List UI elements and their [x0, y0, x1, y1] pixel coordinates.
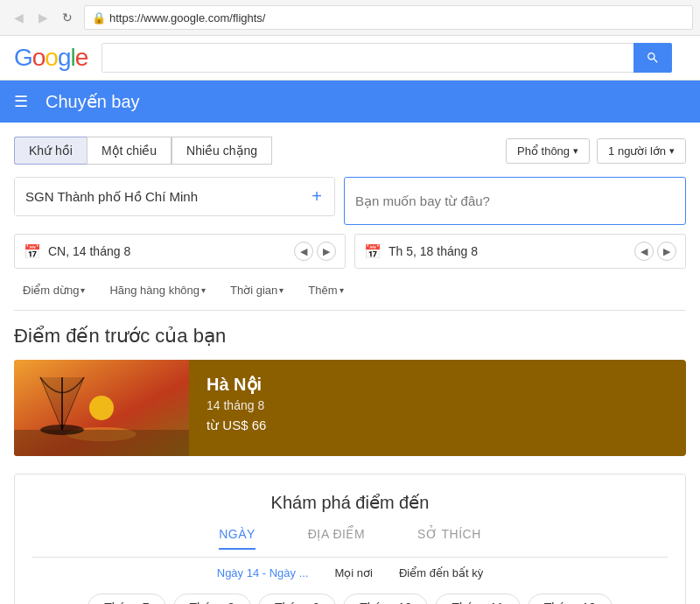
nav-buttons: ◀ ▶ ↻	[7, 6, 79, 29]
destination-price: từ US$ 66	[206, 418, 668, 433]
trip-type-row: Khứ hồi Một chiều Nhiều chặng Phổ thông …	[14, 137, 686, 165]
depart-prev-button[interactable]: ◀	[294, 242, 313, 261]
google-logo: Google	[14, 44, 88, 72]
header-search-container	[102, 43, 672, 73]
return-prev-button[interactable]: ◀	[634, 242, 654, 261]
previous-section-title: Điểm đến trước của bạn	[14, 325, 686, 348]
stops-filter[interactable]: Điểm dừng	[14, 279, 94, 301]
origin-input[interactable]	[15, 178, 299, 215]
month-chip-0[interactable]: Tháng 7	[88, 593, 165, 604]
lock-icon: 🔒	[92, 11, 106, 25]
explore-title: Khám phá điểm đến	[32, 492, 668, 513]
return-calendar-icon: 📅	[364, 243, 382, 260]
destination-image	[14, 360, 189, 456]
destination-card[interactable]: Hà Nội 14 tháng 8 từ US$ 66	[14, 360, 686, 456]
logo-g: G	[14, 44, 32, 71]
header-search-button[interactable]	[634, 43, 672, 73]
header-search-input[interactable]	[102, 43, 672, 73]
trip-options: Phổ thông 1 người lớn	[506, 138, 686, 164]
more-filter[interactable]: Thêm	[299, 279, 352, 301]
destination-scene-svg	[14, 360, 189, 456]
filter-row: Điểm dừng Hãng hàng không Thời gian Thêm	[14, 279, 686, 311]
return-date-field[interactable]: 📅 Th 5, 18 tháng 8 ◀ ▶	[354, 234, 686, 269]
return-date-text: Th 5, 18 tháng 8	[388, 244, 627, 258]
explore-tab-place[interactable]: ĐỊA ĐIỂM	[308, 527, 365, 550]
explore-tab-value-day[interactable]: Ngày 14 - Ngày ...	[217, 561, 309, 579]
explore-tab-interest[interactable]: SỞ THÍCH	[417, 527, 481, 550]
month-chip-3[interactable]: Tháng 10	[343, 593, 428, 604]
destination-art	[14, 360, 189, 456]
svg-rect-2	[14, 430, 189, 456]
google-header: Google	[0, 36, 700, 81]
date-row: 📅 CN, 14 tháng 8 ◀ ▶ 📅 Th 5, 18 tháng 8 …	[14, 234, 686, 269]
one-way-button[interactable]: Một chiều	[87, 137, 172, 165]
logo-e: e	[75, 44, 88, 71]
destination-card-date: 14 tháng 8	[206, 398, 668, 412]
logo-o1: o	[32, 44, 46, 71]
depart-calendar-icon: 📅	[24, 243, 41, 260]
month-chips-row: Tháng 7 Tháng 8 Tháng 9 Tháng 10 Tháng 1…	[32, 593, 668, 604]
multi-city-button[interactable]: Nhiều chặng	[172, 137, 272, 165]
explore-tab-value-interest[interactable]: Điểm đến bất kỳ	[399, 561, 483, 579]
explore-section: Khám phá điểm đến NGÀY ĐỊA ĐIỂM SỞ THÍCH…	[14, 474, 686, 604]
round-trip-button[interactable]: Khứ hồi	[14, 137, 87, 165]
month-chip-5[interactable]: Tháng 12	[528, 593, 612, 604]
time-filter[interactable]: Thời gian	[221, 279, 292, 301]
nav-title: Chuyến bay	[46, 91, 140, 112]
return-next-button[interactable]: ▶	[657, 242, 676, 261]
logo-o2: o	[45, 44, 58, 71]
month-chip-2[interactable]: Tháng 9	[258, 593, 336, 604]
browser-toolbar: ◀ ▶ ↻ 🔒 https://www.google.com/flights/	[0, 0, 700, 35]
month-chip-4[interactable]: Tháng 11	[435, 593, 520, 604]
main-content: Khứ hồi Một chiều Nhiều chặng Phổ thông …	[0, 123, 700, 604]
back-button[interactable]: ◀	[7, 6, 30, 29]
destination-info: Hà Nội 14 tháng 8 từ US$ 66	[189, 360, 686, 456]
logo-g2: g	[58, 44, 71, 71]
month-chip-1[interactable]: Tháng 8	[173, 593, 251, 604]
passengers-select[interactable]: 1 người lớn	[597, 138, 686, 164]
destination-city: Hà Nội	[206, 374, 668, 395]
explore-tab-values: Ngày 14 - Ngày ... Mọi nơi Điểm đến bất …	[32, 557, 668, 579]
origin-field-container: +	[14, 177, 335, 216]
return-date-nav: ◀ ▶	[634, 242, 676, 261]
route-row: +	[14, 177, 686, 225]
explore-tab-value-place[interactable]: Mọi nơi	[335, 561, 373, 579]
destination-input[interactable]	[344, 177, 686, 225]
nav-bar: ☰ Chuyến bay	[0, 81, 700, 123]
depart-next-button[interactable]: ▶	[317, 242, 336, 261]
forward-button[interactable]: ▶	[32, 6, 54, 29]
depart-date-text: CN, 14 tháng 8	[48, 244, 287, 258]
search-icon	[646, 51, 660, 65]
add-stop-button[interactable]: +	[299, 178, 334, 215]
depart-date-field[interactable]: 📅 CN, 14 tháng 8 ◀ ▶	[14, 234, 346, 269]
depart-date-nav: ◀ ▶	[294, 242, 336, 261]
refresh-button[interactable]: ↻	[56, 6, 79, 29]
airline-filter[interactable]: Hãng hàng không	[101, 279, 214, 301]
address-bar[interactable]: 🔒 https://www.google.com/flights/	[84, 5, 693, 30]
explore-tab-day[interactable]: NGÀY	[219, 527, 256, 550]
cabin-class-select[interactable]: Phổ thông	[506, 138, 590, 164]
explore-tabs: NGÀY ĐỊA ĐIỂM SỞ THÍCH	[32, 527, 668, 550]
svg-point-3	[89, 396, 114, 420]
url-text: https://www.google.com/flights/	[109, 11, 685, 25]
previous-section: Điểm đến trước của bạn	[14, 325, 686, 456]
hamburger-icon[interactable]: ☰	[14, 92, 28, 111]
browser-chrome: ◀ ▶ ↻ 🔒 https://www.google.com/flights/	[0, 0, 700, 36]
